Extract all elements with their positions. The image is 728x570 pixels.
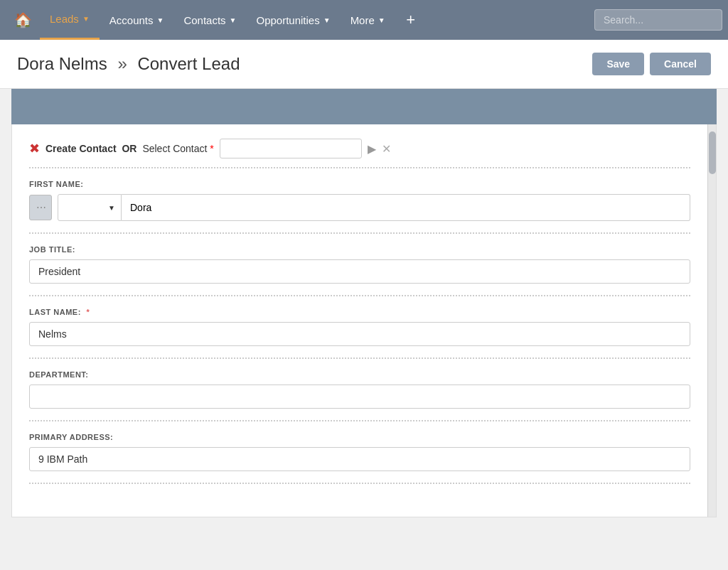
first-name-input[interactable]: [122, 194, 690, 221]
create-contact-label: Create Contact OR Select Contact *: [46, 143, 214, 154]
nav-accounts-chevron: ▼: [156, 16, 164, 24]
scrollbar-track[interactable]: [707, 124, 716, 517]
nav-item-opportunities[interactable]: Opportunities ▼: [247, 0, 341, 40]
primary-address-section: PRIMARY ADDRESS:: [29, 433, 690, 484]
delete-icon[interactable]: ✖: [29, 141, 40, 156]
nav-item-accounts[interactable]: Accounts ▼: [100, 0, 174, 40]
nav-item-leads[interactable]: Leads ▼: [40, 0, 100, 40]
required-star: *: [210, 143, 213, 154]
header-actions: Save Cancel: [592, 53, 711, 75]
home-button[interactable]: 🏠: [6, 0, 40, 40]
first-name-label: FIRST NAME:: [29, 180, 690, 188]
section-banner: [11, 89, 717, 124]
breadcrumb-arrow: »: [117, 54, 127, 73]
department-section: DEPARTMENT:: [29, 370, 690, 421]
last-name-required: *: [86, 308, 90, 316]
last-name-input[interactable]: [29, 322, 690, 346]
department-label: DEPARTMENT:: [29, 370, 690, 379]
first-name-row: ⋯ Mr. Ms. Mrs. Dr. Prof. ▼: [29, 194, 690, 221]
primary-address-input[interactable]: [29, 447, 690, 471]
form-scroll-area[interactable]: ✖ Create Contact OR Select Contact * ▶ ✕…: [12, 124, 707, 517]
nav-opportunities-label: Opportunities: [257, 14, 320, 26]
nav-more-label: More: [350, 14, 375, 26]
first-name-section: FIRST NAME: ⋯ Mr. Ms. Mrs. Dr. Prof.: [29, 180, 690, 234]
nav-item-contacts[interactable]: Contacts ▼: [173, 0, 246, 40]
cancel-button[interactable]: Cancel: [650, 53, 711, 75]
job-title-input[interactable]: [29, 259, 690, 284]
breadcrumb-page: Convert Lead: [137, 54, 240, 73]
cursor-icon: ▶: [368, 142, 376, 156]
scrollbar-thumb[interactable]: [709, 131, 716, 174]
nav-leads-chevron: ▼: [82, 15, 90, 23]
last-name-label: LAST NAME: *: [29, 308, 690, 316]
primary-address-label: PRIMARY ADDRESS:: [29, 433, 690, 441]
form-content: ✖ Create Contact OR Select Contact * ▶ ✕…: [12, 124, 707, 517]
nav-contacts-label: Contacts: [183, 14, 225, 26]
job-title-label: JOB TITLE:: [29, 245, 690, 254]
drag-handle-icon: ⋯: [36, 202, 46, 213]
page-title: Dora Nelms » Convert Lead: [17, 54, 240, 74]
contact-search-input[interactable]: [220, 139, 362, 158]
nav-item-more[interactable]: More ▼: [341, 0, 395, 40]
save-button[interactable]: Save: [592, 53, 644, 75]
add-button[interactable]: +: [398, 7, 424, 33]
nav-opportunities-chevron: ▼: [323, 16, 331, 24]
last-name-section: LAST NAME: *: [29, 308, 690, 359]
department-input[interactable]: [29, 385, 690, 409]
job-title-section: JOB TITLE:: [29, 245, 690, 296]
nav-more-chevron: ▼: [378, 16, 385, 24]
breadcrumb-lead: Dora Nelms: [17, 54, 107, 73]
drag-handle[interactable]: ⋯: [29, 195, 52, 220]
salutation-wrapper: Mr. Ms. Mrs. Dr. Prof. ▼: [58, 194, 122, 221]
salutation-select[interactable]: Mr. Ms. Mrs. Dr. Prof.: [58, 195, 121, 220]
nav-contacts-chevron: ▼: [230, 16, 237, 24]
nav-accounts-label: Accounts: [109, 14, 154, 26]
create-contact-row: ✖ Create Contact OR Select Contact * ▶ ✕: [29, 139, 690, 168]
nav-leads-label: Leads: [50, 13, 79, 25]
navbar: 🏠 Leads ▼ Accounts ▼ Contacts ▼ Opportun…: [0, 0, 728, 40]
clear-contact-icon[interactable]: ✕: [382, 142, 391, 156]
search-input[interactable]: [594, 9, 722, 31]
page-header: Dora Nelms » Convert Lead Save Cancel: [0, 40, 728, 89]
